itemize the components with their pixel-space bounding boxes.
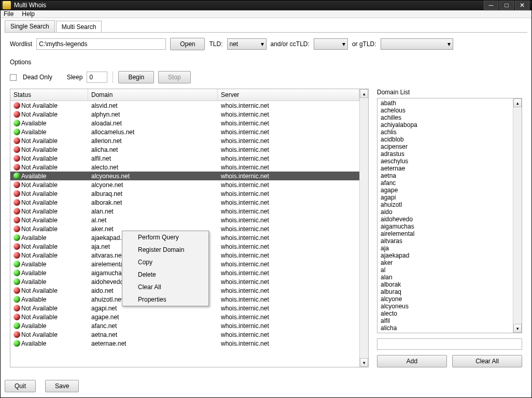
add-button[interactable]: Add	[377, 355, 447, 367]
quit-button[interactable]: Quit	[5, 380, 36, 392]
table-row[interactable]: Not Availablealphyn.netwhois.internic.ne…	[10, 110, 359, 119]
scroll-up-icon[interactable]: ▴	[360, 89, 368, 98]
list-item[interactable]: alburaq	[379, 288, 512, 295]
list-item[interactable]: achiyalabopa	[379, 121, 512, 129]
sleep-input[interactable]	[87, 72, 107, 83]
clear-all-button[interactable]: Clear All	[452, 355, 522, 367]
table-row[interactable]: Availablealcyoneus.netwhois.internic.net	[10, 172, 359, 180]
list-item[interactable]: afanc	[379, 179, 512, 187]
list-item[interactable]: aeschylus	[379, 158, 512, 165]
available-icon	[13, 269, 20, 276]
tab-multi-search[interactable]: Multi Search	[56, 21, 102, 33]
list-item[interactable]: aja	[379, 245, 512, 252]
save-button[interactable]: Save	[45, 380, 79, 392]
table-row[interactable]: Availablealoadai.netwhois.internic.net	[10, 119, 359, 127]
scroll-up-icon[interactable]: ▴	[513, 98, 522, 107]
col-status[interactable]: Status	[10, 89, 88, 101]
ctx-copy[interactable]: Copy	[122, 256, 208, 268]
available-icon	[13, 322, 20, 329]
list-item[interactable]: aido	[379, 208, 512, 216]
minimize-button[interactable]: ─	[484, 1, 498, 10]
list-item[interactable]: al	[379, 266, 512, 274]
col-server[interactable]: Server	[218, 89, 359, 101]
table-row[interactable]: Not Availableallerion.netwhois.internic.…	[10, 136, 359, 145]
list-item[interactable]: alecto	[379, 310, 512, 317]
domain-cell: alphyn.net	[88, 110, 218, 119]
context-menu: Perform Query Register Domain Copy Delet…	[122, 231, 209, 306]
table-row[interactable]: Not Availableal.netwhois.internic.net	[10, 216, 359, 224]
domain-cell: agape.net	[88, 313, 218, 321]
col-domain[interactable]: Domain	[88, 89, 218, 101]
table-row[interactable]: Not Availablealsvid.netwhois.internic.ne…	[10, 101, 359, 110]
list-item[interactable]: achilles	[379, 114, 512, 121]
domain-list-scrollbar[interactable]: ▴ ▾	[513, 98, 522, 333]
tld-label: TLD:	[209, 40, 222, 48]
table-row[interactable]: Not Availablealcyone.netwhois.internic.n…	[10, 180, 359, 189]
server-cell: whois.internic.net	[218, 154, 359, 163]
tab-single-search[interactable]: Single Search	[5, 20, 55, 32]
list-item[interactable]: agapi	[379, 194, 512, 201]
list-item[interactable]: acidblob	[379, 136, 512, 143]
wordlist-input[interactable]	[36, 38, 166, 50]
list-item[interactable]: alcyone	[379, 295, 512, 303]
list-item[interactable]: alborak	[379, 281, 512, 288]
list-item[interactable]: aidohevedo	[379, 216, 512, 223]
table-row[interactable]: Not Availablealfil.netwhois.internic.net	[10, 154, 359, 163]
list-item[interactable]: alicha	[379, 324, 512, 332]
list-item[interactable]: alcyoneus	[379, 303, 512, 310]
not-available-icon	[13, 225, 20, 232]
table-row[interactable]: Not Availablealecto.netwhois.internic.ne…	[10, 163, 359, 172]
table-row[interactable]: Not Availablealborak.netwhois.internic.n…	[10, 198, 359, 207]
list-item[interactable]: achlis	[379, 129, 512, 136]
list-item[interactable]: agape	[379, 187, 512, 194]
dead-only-checkbox[interactable]	[10, 74, 17, 81]
list-item[interactable]: aetna	[379, 172, 512, 179]
table-row[interactable]: Not Availablealicha.netwhois.internic.ne…	[10, 145, 359, 154]
list-item[interactable]: alfil	[379, 317, 512, 324]
list-item[interactable]: ahuizotl	[379, 201, 512, 208]
ctx-register-domain[interactable]: Register Domain	[122, 244, 208, 256]
maximize-button[interactable]: □	[499, 1, 514, 10]
list-item[interactable]: aker	[379, 259, 512, 266]
list-item[interactable]: aigamuchas	[379, 223, 512, 230]
table-row[interactable]: Availableafanc.netwhois.internic.net	[10, 321, 359, 330]
table-row[interactable]: Not Availableaetna.netwhois.internic.net	[10, 330, 359, 339]
ctx-delete[interactable]: Delete	[122, 268, 208, 281]
table-row[interactable]: Not Availableagape.netwhois.internic.net	[10, 312, 359, 321]
scroll-down-icon[interactable]: ▾	[513, 324, 522, 333]
status-text: Available	[21, 340, 46, 347]
open-button[interactable]: Open	[170, 38, 205, 50]
table-row[interactable]: Not Availablealburaq.netwhois.internic.n…	[10, 189, 359, 198]
begin-button[interactable]: Begin	[118, 71, 154, 83]
list-item[interactable]: achelous	[379, 107, 512, 114]
server-cell: whois.internic.net	[218, 234, 359, 242]
results-scrollbar[interactable]: ▴ ▾	[359, 89, 368, 367]
ctx-properties[interactable]: Properties	[122, 293, 208, 306]
close-button[interactable]: ✕	[515, 1, 529, 10]
domain-cell: alsvid.net	[88, 102, 218, 110]
list-item[interactable]: aitvaras	[379, 237, 512, 245]
domain-list-label: Domain List	[377, 89, 522, 96]
ctx-clear-all[interactable]: Clear All	[122, 281, 208, 293]
list-item[interactable]: aeternae	[379, 165, 512, 172]
ctx-perform-query[interactable]: Perform Query	[122, 231, 208, 244]
list-item[interactable]: abath	[379, 100, 512, 107]
cctld-combo[interactable]: ▾	[314, 38, 348, 50]
domain-list-input[interactable]	[377, 338, 522, 350]
domain-cell: alfil.net	[88, 154, 218, 163]
table-row[interactable]: Not Availablealan.netwhois.internic.net	[10, 207, 359, 216]
list-item[interactable]: ajaekapad	[379, 252, 512, 259]
table-row[interactable]: Availableaeternae.netwhois.internic.net	[10, 339, 359, 348]
tld-combo[interactable]: net ▾	[227, 38, 267, 50]
status-text: Not Available	[21, 225, 58, 233]
table-row[interactable]: Availableallocamelus.netwhois.internic.n…	[10, 127, 359, 136]
stop-button[interactable]: Stop	[158, 71, 191, 83]
list-item[interactable]: acipenser	[379, 143, 512, 150]
list-item[interactable]: adrastus	[379, 150, 512, 158]
menu-help[interactable]: Help	[22, 10, 35, 18]
list-item[interactable]: airelemental	[379, 230, 512, 237]
menu-file[interactable]: File	[4, 10, 13, 18]
list-item[interactable]: alan	[379, 274, 512, 281]
gtld-combo[interactable]: ▾	[381, 38, 453, 50]
scroll-down-icon[interactable]: ▾	[360, 358, 368, 367]
